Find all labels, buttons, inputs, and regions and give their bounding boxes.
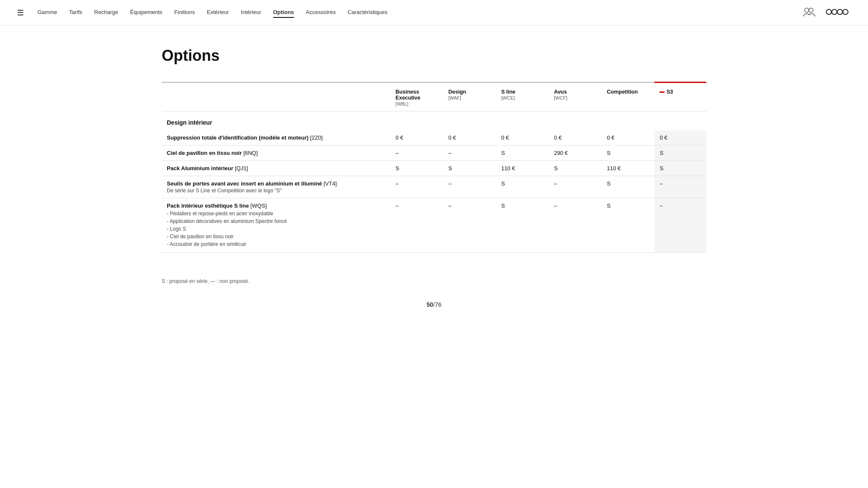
row-value-2-4: 110 € bbox=[602, 161, 654, 176]
nav-item-tarifs[interactable]: Tarifs bbox=[69, 7, 82, 18]
col-header-competition-label: Competition bbox=[607, 89, 638, 95]
row-value-1-5: S bbox=[654, 146, 706, 161]
svg-point-5 bbox=[843, 9, 848, 14]
svg-point-4 bbox=[837, 9, 842, 14]
row-value-2-5: S bbox=[654, 161, 706, 176]
row-value-4-0: – bbox=[391, 198, 443, 253]
table-header-row: Business Executive [WBL] Design [WAF] S … bbox=[162, 83, 706, 111]
col-header-competition: Competition bbox=[602, 83, 654, 111]
feature-code: [VT4] bbox=[323, 180, 337, 187]
col-header-sline: S line [WCE] bbox=[496, 83, 549, 111]
row-value-4-2: S bbox=[496, 198, 549, 253]
nav-item-gamme[interactable]: Gamme bbox=[37, 7, 57, 18]
feature-name: Ciel de pavillon en tissu noir bbox=[167, 150, 243, 156]
row-value-0-5: 0 € bbox=[654, 130, 706, 146]
table-row: Seuils de portes avant avec insert en al… bbox=[162, 176, 706, 198]
table-row: Pack intérieur esthétique S line [WQS]- … bbox=[162, 198, 706, 253]
row-value-1-1: – bbox=[443, 146, 496, 161]
nav-item-int-rieur[interactable]: Intérieur bbox=[241, 7, 261, 18]
feature-bullets: - Pédaliers et repose-pieds en acier ino… bbox=[167, 210, 385, 248]
nav-right bbox=[802, 4, 851, 21]
row-value-1-2: S bbox=[496, 146, 549, 161]
row-label-4: Pack intérieur esthétique S line [WQS]- … bbox=[162, 198, 391, 253]
nav-item-accessoires[interactable]: Accessoires bbox=[306, 7, 336, 18]
row-value-4-1: – bbox=[443, 198, 496, 253]
main-nav: ☰ GammeTarifsRechargeÉquipementsFinition… bbox=[0, 0, 868, 26]
nav-item--quipements[interactable]: Équipements bbox=[130, 7, 163, 18]
nav-items: GammeTarifsRechargeÉquipementsFinitionsE… bbox=[37, 7, 802, 18]
feature-name: Suppression totale d'identification (mod… bbox=[167, 134, 310, 141]
row-value-0-3: 0 € bbox=[549, 130, 602, 146]
options-table: Business Executive [WBL] Design [WAF] S … bbox=[162, 82, 706, 253]
feature-sub: De série sur S Line et Competition avec … bbox=[167, 188, 385, 194]
feature-code: [QJ1] bbox=[235, 165, 248, 171]
col-header-avus-code: [WCF] bbox=[554, 95, 567, 100]
col-header-design: Design [WAF] bbox=[443, 83, 496, 111]
row-value-1-3: 290 € bbox=[549, 146, 602, 161]
row-value-2-2: 110 € bbox=[496, 161, 549, 176]
col-header-s3-label: S3 bbox=[666, 89, 673, 95]
row-label-3: Seuils de portes avant avec insert en al… bbox=[162, 176, 391, 198]
page-total: 76 bbox=[435, 301, 442, 308]
row-label-2: Pack Aluminium intérieur [QJ1] bbox=[162, 161, 391, 176]
col-header-label bbox=[162, 83, 391, 111]
row-value-4-4: S bbox=[602, 198, 654, 253]
section-header-row: Design intérieur bbox=[162, 111, 706, 131]
row-value-1-4: S bbox=[602, 146, 654, 161]
feature-code: [WQS] bbox=[251, 203, 267, 209]
nav-item-finitions[interactable]: Finitions bbox=[174, 7, 195, 18]
section-header-cell: Design intérieur bbox=[162, 111, 706, 131]
row-value-0-2: 0 € bbox=[496, 130, 549, 146]
page-current: 50 bbox=[426, 301, 433, 308]
row-label-0: Suppression totale d'identification (mod… bbox=[162, 130, 391, 146]
svg-point-3 bbox=[832, 9, 837, 14]
nav-item-caract-ristiques[interactable]: Caractéristiques bbox=[348, 7, 388, 18]
nav-item-options[interactable]: Options bbox=[273, 7, 294, 18]
row-value-1-0: – bbox=[391, 146, 443, 161]
col-header-avus: Avus [WCF] bbox=[549, 83, 602, 111]
col-header-s3: S3 bbox=[654, 83, 706, 111]
row-value-2-1: S bbox=[443, 161, 496, 176]
nav-item-recharge[interactable]: Recharge bbox=[94, 7, 118, 18]
table-row: Pack Aluminium intérieur [QJ1]SS110 €S11… bbox=[162, 161, 706, 176]
row-value-3-5: – bbox=[654, 176, 706, 198]
feature-code: [6NQ] bbox=[243, 150, 258, 156]
svg-point-2 bbox=[826, 9, 831, 14]
feature-name: Pack Aluminium intérieur bbox=[167, 165, 235, 171]
svg-point-0 bbox=[805, 8, 809, 12]
table-row: Ciel de pavillon en tissu noir [6NQ]––S2… bbox=[162, 146, 706, 161]
account-icon[interactable] bbox=[802, 4, 817, 21]
nav-item-ext-rieur[interactable]: Extérieur bbox=[207, 7, 229, 18]
row-value-3-2: S bbox=[496, 176, 549, 198]
col-header-business-label: Business Executive bbox=[396, 89, 420, 101]
row-value-3-0: – bbox=[391, 176, 443, 198]
col-header-avus-label: Avus bbox=[554, 89, 567, 95]
feature-code: [2Z0] bbox=[310, 134, 323, 141]
feature-name: Seuils de portes avant avec insert en al… bbox=[167, 180, 323, 187]
row-value-2-0: S bbox=[391, 161, 443, 176]
footer-note: S : proposé en série, — : non proposé. bbox=[162, 278, 706, 284]
s3-bar bbox=[660, 91, 665, 93]
row-label-1: Ciel de pavillon en tissu noir [6NQ] bbox=[162, 146, 391, 161]
page-title: Options bbox=[162, 47, 706, 65]
col-header-design-code: [WAF] bbox=[448, 95, 461, 100]
row-value-3-4: S bbox=[602, 176, 654, 198]
row-value-3-1: – bbox=[443, 176, 496, 198]
col-header-business-code: [WBL] bbox=[396, 101, 408, 106]
main-content: Options Business Executive [WBL] Design … bbox=[136, 26, 732, 342]
col-header-sline-code: [WCE] bbox=[501, 95, 515, 100]
table-row: Suppression totale d'identification (mod… bbox=[162, 130, 706, 146]
row-value-0-4: 0 € bbox=[602, 130, 654, 146]
row-value-4-3: – bbox=[549, 198, 602, 253]
row-value-3-3: – bbox=[549, 176, 602, 198]
svg-point-1 bbox=[809, 8, 813, 12]
hamburger-icon[interactable]: ☰ bbox=[17, 8, 24, 17]
col-header-business: Business Executive [WBL] bbox=[391, 83, 443, 111]
feature-name: Pack intérieur esthétique S line bbox=[167, 203, 251, 209]
audi-logo bbox=[825, 6, 851, 20]
row-value-4-5: – bbox=[654, 198, 706, 253]
pagination: 50/76 bbox=[162, 301, 706, 308]
col-header-sline-label: S line bbox=[501, 89, 515, 95]
row-value-0-1: 0 € bbox=[443, 130, 496, 146]
col-header-design-label: Design bbox=[448, 89, 466, 95]
